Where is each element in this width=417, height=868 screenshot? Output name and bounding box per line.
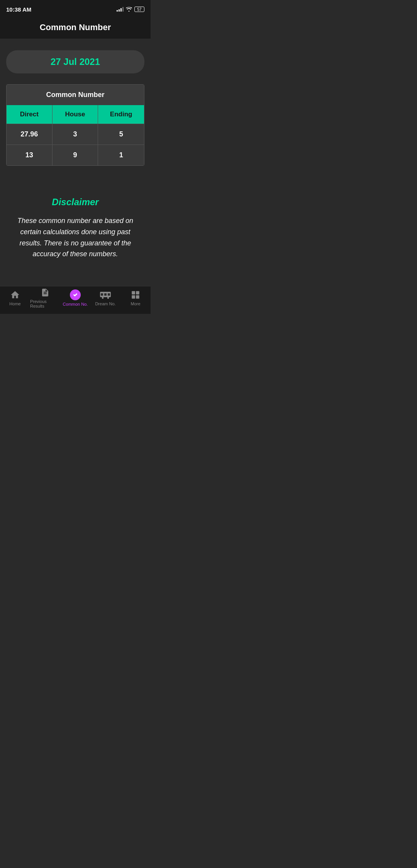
header-house: House xyxy=(53,105,98,124)
row1-direct: 27.96 xyxy=(7,124,53,145)
dream-no-icon xyxy=(100,290,111,300)
table-row: 13 9 1 xyxy=(7,145,144,165)
selected-date: 27 Jul 2021 xyxy=(51,56,100,67)
disclaimer-section: Disclaimer These common number are based… xyxy=(6,189,144,267)
status-time: 10:38 AM xyxy=(6,6,31,13)
svg-rect-9 xyxy=(132,295,135,299)
common-no-icon xyxy=(70,289,81,300)
table-title: Common Number xyxy=(7,85,144,105)
status-icons: 57 xyxy=(117,7,144,12)
date-picker[interactable]: 27 Jul 2021 xyxy=(6,50,144,73)
nav-label-more: More xyxy=(131,301,140,306)
signal-icon xyxy=(117,7,124,12)
main-content: 27 Jul 2021 Common Number Direct House E… xyxy=(0,39,151,286)
header-direct: Direct xyxy=(7,105,53,124)
svg-rect-6 xyxy=(108,293,110,296)
previous-results-icon xyxy=(41,288,50,298)
common-number-table: Common Number Direct House Ending 27.96 … xyxy=(6,84,144,166)
status-bar: 10:38 AM 57 xyxy=(0,0,151,17)
nav-item-previous-results[interactable]: Previous Results xyxy=(30,286,60,310)
row2-direct: 13 xyxy=(7,145,53,165)
svg-rect-4 xyxy=(101,293,103,296)
bottom-navigation: Home Previous Results Common No. Dream N… xyxy=(0,286,151,314)
nav-item-more[interactable]: More xyxy=(120,288,151,308)
nav-label-home: Home xyxy=(9,301,20,306)
row2-house: 9 xyxy=(53,145,98,165)
nav-label-dream-no: Dream No. xyxy=(95,301,115,306)
svg-rect-3 xyxy=(107,297,109,299)
header-ending: Ending xyxy=(98,105,144,124)
svg-rect-2 xyxy=(102,297,103,299)
disclaimer-text: These common number are based on certain… xyxy=(10,215,141,260)
disclaimer-title: Disclaimer xyxy=(10,197,141,208)
nav-item-home[interactable]: Home xyxy=(0,288,30,308)
row1-house: 3 xyxy=(53,124,98,145)
row1-ending: 5 xyxy=(98,124,144,145)
battery-icon: 57 xyxy=(134,7,144,12)
app-header: Common Number xyxy=(0,17,151,39)
svg-rect-7 xyxy=(132,291,135,294)
wifi-icon xyxy=(126,7,132,12)
nav-label-common-no: Common No. xyxy=(63,302,88,306)
home-icon xyxy=(10,290,20,300)
nav-label-previous-results: Previous Results xyxy=(30,299,60,308)
nav-item-common-no[interactable]: Common No. xyxy=(60,288,90,308)
svg-rect-5 xyxy=(104,293,107,296)
svg-rect-8 xyxy=(136,291,139,294)
table-row: 27.96 3 5 xyxy=(7,124,144,145)
nav-item-dream-no[interactable]: Dream No. xyxy=(90,288,120,308)
more-icon xyxy=(131,290,141,300)
svg-rect-10 xyxy=(136,295,139,299)
table-header: Direct House Ending xyxy=(7,105,144,124)
page-title: Common Number xyxy=(6,22,144,32)
row2-ending: 1 xyxy=(98,145,144,165)
